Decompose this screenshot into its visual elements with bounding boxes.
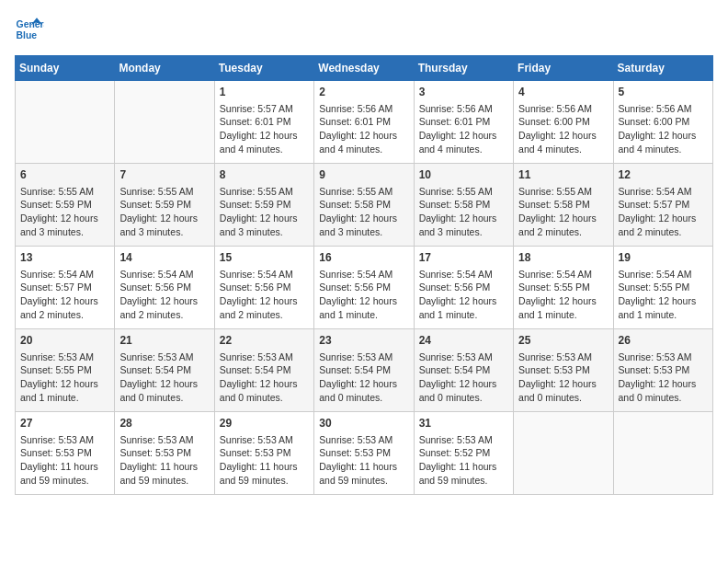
calendar-cell: 27Sunrise: 5:53 AMSunset: 5:53 PMDayligh… bbox=[16, 412, 115, 495]
calendar-cell: 13Sunrise: 5:54 AMSunset: 5:57 PMDayligh… bbox=[16, 247, 115, 329]
daylight-text: Daylight: 12 hours and 0 minutes. bbox=[518, 377, 608, 404]
calendar-cell: 9Sunrise: 5:55 AMSunset: 5:58 PMDaylight… bbox=[314, 164, 414, 247]
sunrise-text: Sunrise: 5:54 AM bbox=[20, 268, 109, 282]
day-number: 15 bbox=[220, 250, 309, 266]
sunset-text: Sunset: 5:53 PM bbox=[20, 446, 109, 460]
sunrise-text: Sunrise: 5:54 AM bbox=[619, 185, 708, 199]
calendar-week-3: 13Sunrise: 5:54 AMSunset: 5:57 PMDayligh… bbox=[16, 247, 713, 329]
day-header-tuesday: Tuesday bbox=[214, 56, 313, 81]
daylight-text: Daylight: 12 hours and 4 minutes. bbox=[220, 129, 309, 155]
daylight-text: Daylight: 12 hours and 4 minutes. bbox=[518, 129, 608, 155]
daylight-text: Daylight: 12 hours and 2 minutes. bbox=[619, 212, 708, 238]
day-number: 27 bbox=[20, 416, 109, 431]
day-number: 30 bbox=[319, 416, 408, 431]
daylight-text: Daylight: 11 hours and 59 minutes. bbox=[220, 460, 309, 487]
sunrise-text: Sunrise: 5:53 AM bbox=[319, 433, 408, 447]
calendar-cell: 4Sunrise: 5:56 AMSunset: 6:00 PMDaylight… bbox=[514, 81, 613, 164]
calendar-cell: 19Sunrise: 5:54 AMSunset: 5:55 PMDayligh… bbox=[613, 247, 712, 329]
calendar-cell: 16Sunrise: 5:54 AMSunset: 5:56 PMDayligh… bbox=[314, 247, 414, 329]
sunrise-text: Sunrise: 5:55 AM bbox=[518, 185, 608, 199]
sunrise-text: Sunrise: 5:54 AM bbox=[419, 268, 508, 282]
calendar-cell: 29Sunrise: 5:53 AMSunset: 5:53 PMDayligh… bbox=[214, 412, 313, 495]
sunrise-text: Sunrise: 5:53 AM bbox=[419, 350, 508, 364]
calendar-cell: 23Sunrise: 5:53 AMSunset: 5:54 PMDayligh… bbox=[314, 329, 414, 412]
calendar-week-2: 6Sunrise: 5:55 AMSunset: 5:59 PMDaylight… bbox=[16, 164, 713, 247]
sunset-text: Sunset: 5:54 PM bbox=[319, 363, 408, 377]
sunset-text: Sunset: 5:59 PM bbox=[20, 198, 109, 212]
sunset-text: Sunset: 6:01 PM bbox=[419, 115, 508, 129]
sunrise-text: Sunrise: 5:54 AM bbox=[319, 268, 408, 282]
sunrise-text: Sunrise: 5:54 AM bbox=[518, 268, 608, 282]
day-number: 8 bbox=[220, 167, 309, 183]
logo: General Blue bbox=[15, 15, 44, 44]
daylight-text: Daylight: 11 hours and 59 minutes. bbox=[119, 460, 209, 487]
day-number: 20 bbox=[20, 333, 109, 349]
calendar-cell bbox=[613, 412, 712, 495]
calendar-cell: 25Sunrise: 5:53 AMSunset: 5:53 PMDayligh… bbox=[514, 329, 613, 412]
sunset-text: Sunset: 6:00 PM bbox=[518, 115, 608, 129]
calendar-week-4: 20Sunrise: 5:53 AMSunset: 5:55 PMDayligh… bbox=[16, 329, 713, 412]
sunrise-text: Sunrise: 5:54 AM bbox=[220, 268, 309, 282]
daylight-text: Daylight: 12 hours and 2 minutes. bbox=[119, 294, 209, 321]
calendar-cell: 14Sunrise: 5:54 AMSunset: 5:56 PMDayligh… bbox=[115, 247, 214, 329]
daylight-text: Daylight: 12 hours and 1 minute. bbox=[518, 294, 608, 321]
sunset-text: Sunset: 5:59 PM bbox=[220, 198, 309, 212]
day-number: 29 bbox=[220, 416, 309, 431]
daylight-text: Daylight: 12 hours and 2 minutes. bbox=[20, 294, 109, 321]
calendar-cell: 28Sunrise: 5:53 AMSunset: 5:53 PMDayligh… bbox=[115, 412, 214, 495]
calendar-header-row: SundayMondayTuesdayWednesdayThursdayFrid… bbox=[16, 56, 713, 81]
calendar-cell: 31Sunrise: 5:53 AMSunset: 5:52 PMDayligh… bbox=[414, 412, 513, 495]
calendar-cell: 24Sunrise: 5:53 AMSunset: 5:54 PMDayligh… bbox=[414, 329, 513, 412]
logo-icon: General Blue bbox=[15, 15, 44, 44]
daylight-text: Daylight: 12 hours and 3 minutes. bbox=[419, 212, 508, 238]
day-header-monday: Monday bbox=[115, 56, 214, 81]
sunrise-text: Sunrise: 5:56 AM bbox=[518, 102, 608, 116]
day-number: 12 bbox=[619, 167, 708, 183]
daylight-text: Daylight: 12 hours and 2 minutes. bbox=[518, 212, 608, 238]
sunrise-text: Sunrise: 5:53 AM bbox=[220, 350, 309, 364]
day-header-sunday: Sunday bbox=[16, 56, 115, 81]
sunset-text: Sunset: 5:54 PM bbox=[220, 363, 309, 377]
sunset-text: Sunset: 5:58 PM bbox=[419, 198, 508, 212]
calendar-cell: 8Sunrise: 5:55 AMSunset: 5:59 PMDaylight… bbox=[214, 164, 313, 247]
sunset-text: Sunset: 5:55 PM bbox=[619, 281, 708, 294]
calendar-cell: 7Sunrise: 5:55 AMSunset: 5:59 PMDaylight… bbox=[115, 164, 214, 247]
calendar-cell: 15Sunrise: 5:54 AMSunset: 5:56 PMDayligh… bbox=[214, 247, 313, 329]
sunrise-text: Sunrise: 5:53 AM bbox=[20, 433, 109, 447]
sunrise-text: Sunrise: 5:55 AM bbox=[419, 185, 508, 199]
sunrise-text: Sunrise: 5:53 AM bbox=[119, 433, 209, 447]
sunset-text: Sunset: 5:54 PM bbox=[419, 363, 508, 377]
sunset-text: Sunset: 5:59 PM bbox=[119, 198, 209, 212]
calendar-cell: 3Sunrise: 5:56 AMSunset: 6:01 PMDaylight… bbox=[414, 81, 513, 164]
day-number: 17 bbox=[419, 250, 508, 266]
sunrise-text: Sunrise: 5:56 AM bbox=[319, 102, 408, 116]
sunset-text: Sunset: 5:57 PM bbox=[619, 198, 708, 212]
sunrise-text: Sunrise: 5:55 AM bbox=[220, 185, 309, 199]
day-number: 18 bbox=[518, 250, 608, 266]
day-header-friday: Friday bbox=[514, 56, 613, 81]
sunset-text: Sunset: 6:01 PM bbox=[220, 115, 309, 129]
sunrise-text: Sunrise: 5:53 AM bbox=[20, 350, 109, 364]
day-number: 24 bbox=[419, 333, 508, 349]
day-number: 2 bbox=[319, 85, 408, 100]
daylight-text: Daylight: 12 hours and 1 minute. bbox=[419, 294, 508, 321]
sunset-text: Sunset: 5:52 PM bbox=[419, 446, 508, 460]
daylight-text: Daylight: 12 hours and 4 minutes. bbox=[619, 129, 708, 155]
sunset-text: Sunset: 5:58 PM bbox=[319, 198, 408, 212]
sunrise-text: Sunrise: 5:53 AM bbox=[119, 350, 209, 364]
daylight-text: Daylight: 12 hours and 3 minutes. bbox=[319, 212, 408, 238]
calendar-cell: 30Sunrise: 5:53 AMSunset: 5:53 PMDayligh… bbox=[314, 412, 414, 495]
sunrise-text: Sunrise: 5:56 AM bbox=[419, 102, 508, 116]
day-number: 21 bbox=[119, 333, 209, 349]
sunrise-text: Sunrise: 5:53 AM bbox=[619, 350, 708, 364]
sunrise-text: Sunrise: 5:54 AM bbox=[119, 268, 209, 282]
day-number: 7 bbox=[119, 167, 209, 183]
day-number: 14 bbox=[119, 250, 209, 266]
sunset-text: Sunset: 5:53 PM bbox=[119, 446, 209, 460]
svg-text:General: General bbox=[17, 19, 44, 29]
calendar-cell: 22Sunrise: 5:53 AMSunset: 5:54 PMDayligh… bbox=[214, 329, 313, 412]
day-number: 31 bbox=[419, 416, 508, 431]
calendar-cell: 5Sunrise: 5:56 AMSunset: 6:00 PMDaylight… bbox=[613, 81, 712, 164]
sunrise-text: Sunrise: 5:53 AM bbox=[518, 350, 608, 364]
day-number: 11 bbox=[518, 167, 608, 183]
